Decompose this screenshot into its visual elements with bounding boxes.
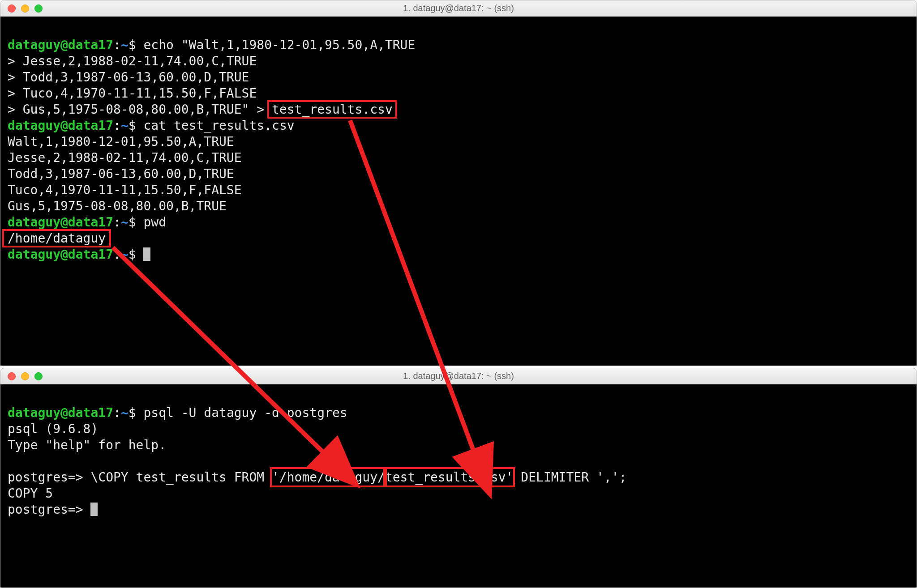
term-line: dataguy@data17:~$ pwd [8,215,166,230]
cmd-psql: psql -U dataguy -d postgres [143,405,347,420]
blank-line [8,454,15,469]
term-line: dataguy@data17:~$ [8,247,150,262]
titlebar-1: 1. dataguy@data17: ~ (ssh) [0,0,917,17]
prompt-path: ~ [121,38,129,52]
close-icon[interactable] [8,4,16,13]
psql-prompt: postgres=> [8,470,83,485]
prompt-sep: : [113,247,121,262]
cat-output: Walt,1,1980-12-01,95.50,A,TRUE [8,134,234,149]
echo-cont: > Tuco,4,1970-11-11,15.50,F,FALSE [8,86,257,101]
prompt-path: ~ [121,247,129,262]
prompt-sep: : [113,405,121,420]
prompt-path: ~ [121,118,129,133]
prompt-dollar: $ [129,247,136,262]
cat-output: Todd,3,1987-06-13,60.00,D,TRUE [8,166,234,181]
titlebar-2: 1. dataguy@data17: ~ (ssh) [0,368,917,384]
cmd-pwd: pwd [143,215,166,230]
pwd-output: /home/dataguy [8,231,106,246]
terminal-body-1[interactable]: dataguy@data17:~$ echo "Walt,1,1980-12-0… [0,17,917,366]
prompt-path: ~ [121,405,129,420]
copy-result: COPY 5 [8,486,53,501]
terminal-window-1: 1. dataguy@data17: ~ (ssh) dataguy@data1… [0,0,917,365]
minimize-icon[interactable] [21,4,29,13]
term-line: dataguy@data17:~$ echo "Walt,1,1980-12-0… [8,38,415,52]
prompt-user: dataguy@data17 [8,215,113,230]
zoom-icon[interactable] [34,4,43,13]
echo-cont: > Todd,3,1987-06-13,60.00,D,TRUE [8,70,249,85]
copy-pre: \COPY test_results FROM [90,470,272,485]
cat-output: Jesse,2,1988-02-11,74.00,C,TRUE [8,150,242,165]
minimize-icon[interactable] [21,372,29,380]
cat-output: Tuco,4,1970-11-11,15.50,F,FALSE [8,183,242,197]
terminal-body-2[interactable]: dataguy@data17:~$ psql -U dataguy -d pos… [0,384,917,588]
traffic-lights-1 [8,4,43,13]
echo-cont: > Jesse,2,1988-02-11,74.00,C,TRUE [8,54,257,68]
term-line: dataguy@data17:~$ psql -U dataguy -d pos… [8,405,347,420]
prompt-sep: : [113,215,121,230]
prompt-user: dataguy@data17 [8,118,113,133]
window-title-1: 1. dataguy@data17: ~ (ssh) [403,3,514,13]
psql-line: postgres=> [8,502,98,517]
echo-cont-last: > Gus,5,1975-08-08,80.00,B,TRUE" > test_… [8,102,393,117]
window-title-2: 1. dataguy@data17: ~ (ssh) [403,371,514,381]
prompt-dollar: $ [129,38,136,52]
psql-prompt: postgres=> [8,502,83,517]
zoom-icon[interactable] [34,372,43,380]
cursor-icon [143,247,150,261]
cursor-icon [90,503,98,516]
prompt-dollar: $ [129,118,136,133]
psql-help: Type "help" for help. [8,438,166,452]
prompt-user: dataguy@data17 [8,405,113,420]
cmd-cat: cat test_results.csv [143,118,294,133]
prompt-user: dataguy@data17 [8,38,113,52]
traffic-lights-2 [8,372,43,380]
prompt-dollar: $ [129,215,136,230]
prompt-sep: : [113,38,121,52]
cmd-echo: echo "Walt,1,1980-12-01,95.50,A,TRUE [143,38,415,52]
cat-output: Gus,5,1975-08-08,80.00,B,TRUE [8,199,227,213]
copy-filename: test_results.csv' [385,470,514,485]
psql-version: psql (9.6.8) [8,422,98,436]
prompt-sep: : [113,118,121,133]
prompt-dollar: $ [129,405,136,420]
output-filename: test_results.csv [272,102,393,117]
echo-tail: > Gus,5,1975-08-08,80.00,B,TRUE" > [8,102,272,117]
prompt-user: dataguy@data17 [8,247,113,262]
prompt-path: ~ [121,215,129,230]
terminal-window-2: 1. dataguy@data17: ~ (ssh) dataguy@data1… [0,368,917,587]
copy-post: DELIMITER ','; [513,470,626,485]
psql-line: postgres=> \COPY test_results FROM '/hom… [8,470,626,485]
close-icon[interactable] [8,372,16,380]
term-line: dataguy@data17:~$ cat test_results.csv [8,118,295,133]
copy-path: '/home/dataguy/ [272,470,385,485]
